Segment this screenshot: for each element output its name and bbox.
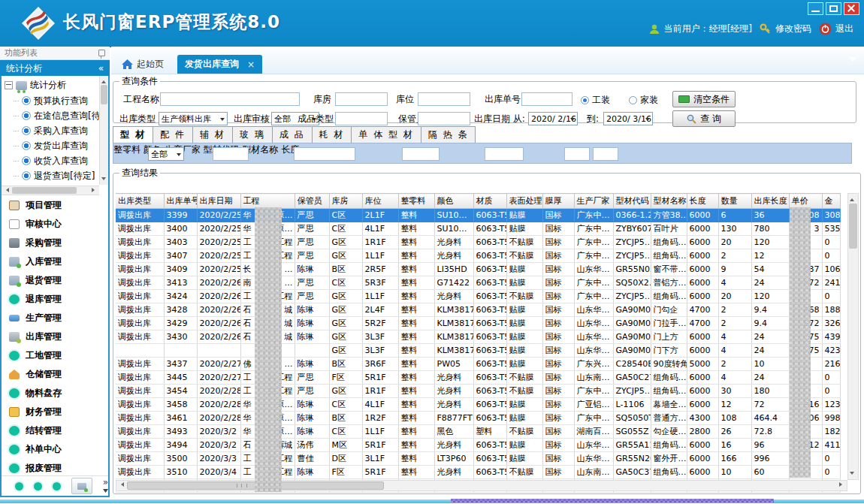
column-header[interactable]: 出库长度 <box>751 194 789 209</box>
scroll-right-icon[interactable] <box>92 188 97 192</box>
pin-icon[interactable] <box>98 50 105 56</box>
profile-code-input[interactable] <box>402 147 440 161</box>
tree-item[interactable]: 发货出库查询 <box>2 138 108 153</box>
table-row[interactable]: 调拨出库34612020/2/28华原…陈琳B区1R2F整料F8877FT606… <box>116 412 840 425</box>
scroll-right-icon[interactable] <box>839 482 844 487</box>
material-tab[interactable]: 成 品 <box>273 126 313 143</box>
column-header[interactable]: 型材代码 <box>613 194 651 209</box>
scroll-down-icon[interactable] <box>850 472 854 477</box>
sidebar-item-warehouse[interactable]: 仓储管理 <box>2 365 108 384</box>
column-header[interactable]: 工程 <box>240 194 295 209</box>
sidebar-item-cart-out[interactable]: 出库管理 <box>2 327 108 346</box>
column-header[interactable]: 数量 <box>718 194 751 209</box>
column-header[interactable]: 生产厂家 <box>574 194 613 209</box>
tree-item[interactable]: 在途信息查询[待 <box>2 108 108 123</box>
tab-shipping-outbound-query[interactable]: 发货出库查询 × <box>177 55 262 74</box>
table-vertical-scrollbar[interactable] <box>847 193 859 480</box>
column-header[interactable]: 型材名称 <box>651 194 687 209</box>
module-dot-icon[interactable] <box>15 482 23 490</box>
scroll-up-icon[interactable] <box>850 196 854 201</box>
table-row[interactable]: 调拨出库34002020/2/25华原…严思C区4L1F整料SU10…6063-… <box>116 222 840 236</box>
scroll-down-icon[interactable] <box>101 177 106 183</box>
sidebar-item-production[interactable]: 生产管理 <box>2 309 108 327</box>
tree-root-item[interactable]: 统计分析 <box>2 76 108 93</box>
tree-item[interactable]: 退库管理[待定] <box>2 183 108 185</box>
outbound-no-input[interactable] <box>521 92 572 106</box>
tab-home[interactable]: 起始页 <box>114 55 171 74</box>
sidebar-item-teal[interactable]: 报废管理 <box>2 459 108 476</box>
table-row[interactable]: 调拨出库34582020/2/28华原…陈琳C区4L1F整料光身料6063-T5… <box>116 398 840 412</box>
column-header[interactable]: 出库日期 <box>197 194 240 209</box>
column-header[interactable]: 表面处理 <box>506 194 542 209</box>
material-tab[interactable]: 型 材 <box>113 126 153 143</box>
module-dot-icon[interactable] <box>34 482 42 490</box>
column-header[interactable]: 长度 <box>687 194 718 209</box>
tree-item[interactable]: 采购入库查询 <box>2 123 108 138</box>
length-input-1[interactable] <box>564 147 590 161</box>
column-header[interactable]: 库位 <box>362 194 398 209</box>
tree-item[interactable]: 预算执行查询 <box>2 93 108 108</box>
sidebar-item-cart-in[interactable]: 入库管理 <box>2 252 108 271</box>
table-row[interactable]: 调拨出库34242020/2/26工工程严思G区1L1F整料光身料6063-T5… <box>116 290 840 303</box>
date-from-picker[interactable]: 2020/ 2/16 <box>528 112 578 125</box>
module-dot-icon[interactable] <box>53 482 61 490</box>
table-row[interactable]: 调拨出库33992020/2/25华原…严思C区2L1F整料SU10…6063-… <box>116 209 840 222</box>
scroll-up-icon[interactable] <box>101 78 106 83</box>
close-button[interactable] <box>844 2 859 15</box>
clear-conditions-button[interactable]: 清空条件 <box>672 91 736 107</box>
tab-list-chevron-icon[interactable] <box>849 57 856 65</box>
material-tab[interactable]: 隔 热 条 <box>421 126 476 143</box>
more-modules-chevron[interactable]: » <box>103 478 108 493</box>
color-input[interactable] <box>213 147 249 161</box>
sidebar-item-note[interactable]: 审核中心 <box>2 215 108 234</box>
column-header[interactable]: 出库类型 <box>116 194 164 209</box>
table-row[interactable]: 调拨出库34302020/2/26石城陈琳G区3L3F整料KLM38176063… <box>116 330 840 344</box>
length-input-2[interactable] <box>593 147 618 161</box>
sidebar-item-clipboard[interactable]: 项目管理 <box>2 196 108 215</box>
table-row[interactable]: G区3L3F整料KLM38176063-T5贴膜国标山东华…GA90M09…门下… <box>116 344 840 358</box>
material-tab[interactable]: 单 体 型 材 <box>352 126 421 143</box>
table-row[interactable]: 调拨出库34542020/2/28工共工程严思G区1R1F整料光身料6063-T… <box>116 385 840 398</box>
column-header[interactable]: 整零料 <box>398 194 434 209</box>
sidebar-section-header[interactable]: 统计分析 « <box>0 60 110 77</box>
radio-gongzhuang[interactable]: 工装 <box>581 94 610 107</box>
tree-expander-icon[interactable] <box>5 81 13 89</box>
table-row[interactable]: 调拨出库34372020/2/27佛…陈琳B区3R6F整料PW056063-T5… <box>116 358 840 371</box>
sidebar-item-cart[interactable]: 采购管理 <box>2 234 108 252</box>
table-row[interactable]: 调拨出库34072020/2/25工工程严思G区1L1F整料光身料6063-T5… <box>116 249 840 263</box>
cart-module-button[interactable] <box>71 478 92 494</box>
radio-jiazhuang[interactable]: 家装 <box>629 94 658 107</box>
table-row[interactable]: 调拨出库34092020/2/25长…陈琳B区2R5F整料LI35HD6063-… <box>116 263 840 276</box>
sidebar-item-teal[interactable]: 补单中心 <box>2 440 108 459</box>
column-header[interactable]: 保管员 <box>295 194 329 209</box>
table-row[interactable]: 调拨出库34292020/2/26石城陈琳G区5R2F整料KLM38176063… <box>116 317 840 330</box>
table-horizontal-scrollbar[interactable] <box>116 480 847 491</box>
column-header[interactable]: 库房 <box>329 194 362 209</box>
table-row[interactable]: 调拨出库35002020/3/3工共工程曹佳D区3L1F整料LT3P606063… <box>116 452 840 466</box>
material-tab[interactable]: 辅 材 <box>193 126 233 143</box>
column-header[interactable]: 金 <box>822 194 840 209</box>
tree-item[interactable]: 收货入库查询 <box>2 153 108 168</box>
table-row[interactable]: 调拨出库35102020/3/4工共工程陈琳F区5R1F整料光身料6063-T5… <box>116 466 840 479</box>
column-header[interactable]: 出库单号 <box>164 194 197 209</box>
warehouse-input[interactable] <box>335 92 388 106</box>
column-header[interactable]: 材质 <box>473 194 506 209</box>
table-row[interactable]: 调拨出库34942020/3/2石辉城汤伟M区5R1F整料光身料6063-T5贴… <box>116 439 840 452</box>
column-header[interactable]: 单价 <box>789 194 822 209</box>
sidebar-item-teal[interactable]: 结转管理 <box>2 421 108 440</box>
tab-close-icon[interactable]: × <box>247 59 255 70</box>
table-row[interactable]: 调拨出库34282020/2/26石城陈琳G区2L4F整料KLM38176063… <box>116 303 840 317</box>
whole-part-select[interactable]: 全部 <box>148 147 184 161</box>
scroll-left-icon[interactable] <box>4 188 9 192</box>
sidebar-item-teal[interactable]: 退库管理 <box>2 290 108 309</box>
maximize-button[interactable] <box>826 2 841 15</box>
project-name-input[interactable] <box>160 92 300 106</box>
outbound-type-select[interactable]: 生产领料出库 <box>159 112 228 125</box>
manufacturer-input[interactable] <box>294 147 355 161</box>
minimize-button[interactable] <box>808 2 823 15</box>
tree-item[interactable]: 退货查询[待定] <box>2 168 108 183</box>
search-button[interactable]: 查 询 <box>672 110 736 127</box>
scrollbar-thumb[interactable] <box>849 204 857 249</box>
material-tab[interactable]: 耗 材 <box>313 126 352 143</box>
scroll-left-icon[interactable] <box>119 482 124 487</box>
